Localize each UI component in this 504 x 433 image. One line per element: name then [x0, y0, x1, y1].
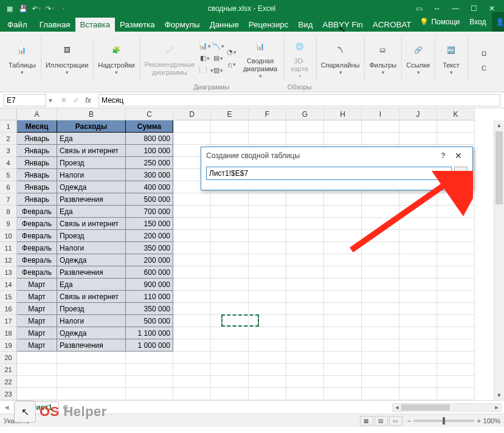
month-cell[interactable]: Февраль: [17, 230, 57, 242]
row-header[interactable]: 4: [0, 157, 17, 169]
empty-cell[interactable]: [362, 230, 399, 242]
column-header[interactable]: D: [173, 108, 211, 120]
empty-cell[interactable]: [286, 364, 324, 376]
tab-home[interactable]: Главная: [35, 18, 75, 32]
expense-cell[interactable]: Связь и интернет: [57, 218, 126, 230]
empty-cell[interactable]: [286, 120, 324, 133]
empty-cell[interactable]: [173, 230, 211, 242]
empty-cell[interactable]: [362, 279, 399, 291]
scroll-down-icon[interactable]: ▼: [494, 390, 504, 400]
zoom-level[interactable]: 100%: [483, 417, 500, 424]
column-header[interactable]: B: [57, 108, 126, 120]
empty-cell[interactable]: [437, 364, 475, 376]
empty-cell[interactable]: [126, 364, 173, 376]
tables-button[interactable]: 📊 Таблицы▾: [6, 38, 38, 78]
tab-abbyy[interactable]: ABBYY Fin: [318, 18, 368, 32]
header-cell[interactable]: Сумма: [126, 120, 173, 133]
month-cell[interactable]: Март: [17, 291, 57, 303]
empty-cell[interactable]: [173, 388, 211, 400]
empty-cell[interactable]: [437, 291, 475, 303]
empty-cell[interactable]: [324, 254, 362, 266]
pivot-chart-button[interactable]: 📊 Сводная диаграмма▾: [240, 34, 280, 81]
month-cell[interactable]: Февраль: [17, 218, 57, 230]
month-cell[interactable]: Март: [17, 339, 57, 352]
amount-cell[interactable]: 600 000: [126, 266, 173, 279]
empty-cell[interactable]: [57, 364, 126, 376]
view-normal-icon[interactable]: ▦: [360, 416, 373, 426]
empty-cell[interactable]: [249, 133, 286, 145]
symbols-button[interactable]: Ω С: [470, 41, 498, 74]
empty-cell[interactable]: [324, 291, 362, 303]
month-cell[interactable]: Март: [17, 327, 57, 339]
redo-icon[interactable]: ↷▾: [44, 2, 56, 15]
amount-cell[interactable]: 1 000 000: [126, 339, 173, 352]
empty-cell[interactable]: [173, 376, 211, 388]
column-header[interactable]: F: [249, 108, 286, 120]
empty-cell[interactable]: [324, 388, 362, 400]
empty-cell[interactable]: [324, 120, 362, 133]
empty-cell[interactable]: [324, 315, 362, 327]
empty-cell[interactable]: [286, 376, 324, 388]
zoom-out-button[interactable]: −: [407, 417, 411, 424]
expense-cell[interactable]: Проезд: [57, 157, 126, 169]
empty-cell[interactable]: [437, 266, 475, 279]
empty-cell[interactable]: [324, 133, 362, 145]
empty-cell[interactable]: [399, 327, 437, 339]
empty-cell[interactable]: [173, 193, 211, 206]
amount-cell[interactable]: 900 000: [126, 279, 173, 291]
row-header[interactable]: 21: [0, 364, 17, 376]
empty-cell[interactable]: [399, 242, 437, 254]
tell-me[interactable]: 💡 Помощи: [416, 16, 463, 27]
row-header[interactable]: 16: [0, 303, 17, 315]
row-header[interactable]: 23: [0, 388, 17, 400]
empty-cell[interactable]: [249, 218, 286, 230]
empty-cell[interactable]: [437, 254, 475, 266]
empty-cell[interactable]: [324, 206, 362, 218]
month-cell[interactable]: Январь: [17, 181, 57, 193]
amount-cell[interactable]: 700 000: [126, 206, 173, 218]
scroll-left-icon[interactable]: ◄: [393, 404, 401, 411]
app-icon[interactable]: ▦: [4, 2, 16, 15]
empty-cell[interactable]: [399, 315, 437, 327]
empty-cell[interactable]: [57, 388, 126, 400]
scroll-thumb[interactable]: [495, 131, 503, 204]
empty-cell[interactable]: [362, 218, 399, 230]
empty-cell[interactable]: [126, 388, 173, 400]
empty-cell[interactable]: [211, 327, 249, 339]
expense-cell[interactable]: Проезд: [57, 303, 126, 315]
month-cell[interactable]: Январь: [17, 193, 57, 206]
row-header[interactable]: 1: [0, 120, 17, 133]
expense-cell[interactable]: Развлечения: [57, 339, 126, 352]
undo-icon[interactable]: ↶▾: [30, 2, 43, 15]
column-header[interactable]: E: [211, 108, 249, 120]
amount-cell[interactable]: 150 000: [126, 218, 173, 230]
amount-cell[interactable]: 400 000: [126, 181, 173, 193]
row-header[interactable]: 15: [0, 291, 17, 303]
empty-cell[interactable]: [173, 315, 211, 327]
empty-cell[interactable]: [437, 339, 475, 352]
empty-cell[interactable]: [249, 291, 286, 303]
empty-cell[interactable]: [211, 352, 249, 364]
empty-cell[interactable]: [324, 303, 362, 315]
empty-cell[interactable]: [437, 315, 475, 327]
scroll-right-icon[interactable]: ►: [492, 404, 501, 411]
empty-cell[interactable]: [362, 266, 399, 279]
empty-cell[interactable]: [211, 376, 249, 388]
name-box[interactable]: E7: [4, 94, 46, 106]
empty-cell[interactable]: [249, 193, 286, 206]
month-cell[interactable]: Январь: [17, 157, 57, 169]
dialog-help-button[interactable]: ?: [437, 151, 449, 160]
empty-cell[interactable]: [437, 120, 475, 133]
empty-cell[interactable]: [286, 315, 324, 327]
expense-cell[interactable]: Одежда: [57, 254, 126, 266]
empty-cell[interactable]: [399, 133, 437, 145]
empty-cell[interactable]: [399, 266, 437, 279]
row-header[interactable]: 22: [0, 376, 17, 388]
month-cell[interactable]: Февраль: [17, 254, 57, 266]
empty-cell[interactable]: [324, 242, 362, 254]
empty-cell[interactable]: [249, 327, 286, 339]
empty-cell[interactable]: [437, 352, 475, 364]
links-button[interactable]: 🔗 Ссылки▾: [404, 38, 432, 78]
empty-cell[interactable]: [437, 206, 475, 218]
empty-cell[interactable]: [173, 339, 211, 352]
